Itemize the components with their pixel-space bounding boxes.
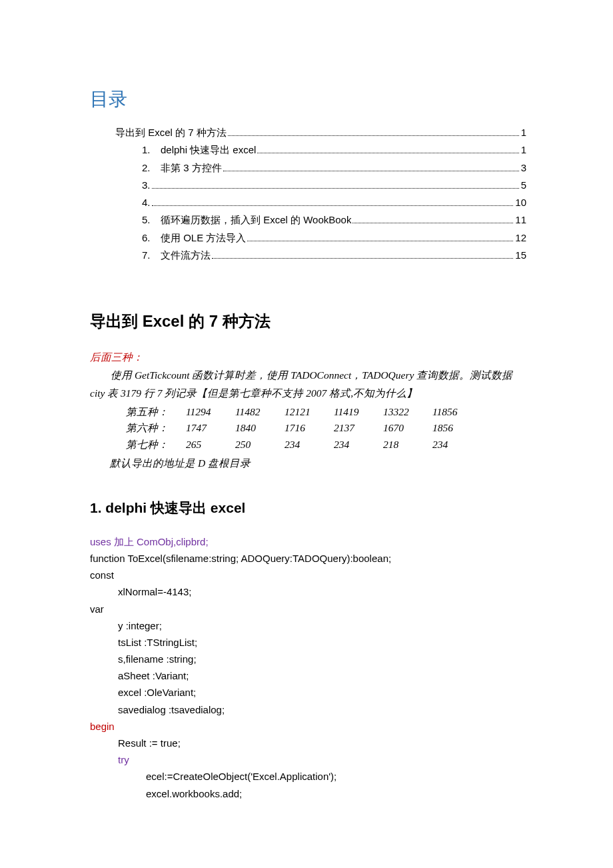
toc-label: 导出到 Excel 的 7 种方法 — [115, 124, 227, 141]
toc-leader — [228, 135, 519, 136]
toc-page-number: 12 — [515, 229, 526, 247]
intro-paragraph: 使用 GetTickcount 函数计算时差，使用 TADOConnect，TA… — [90, 367, 526, 472]
timing-value: 12121 — [285, 404, 334, 421]
toc-label: 6.使用 OLE 方法导入 — [142, 229, 246, 247]
toc-label: 4. — [142, 194, 151, 211]
code-line: savedialog :tsavedialog; — [90, 701, 526, 718]
timing-value: 218 — [383, 437, 432, 453]
code-line: const — [90, 567, 526, 583]
timing-value: 265 — [186, 437, 235, 453]
toc-label: 3. — [142, 177, 151, 194]
code-block: uses 加上 ComObj,clipbrd; function ToExcel… — [90, 533, 526, 802]
toc-entry[interactable]: 导出到 Excel 的 7 种方法 1 — [115, 124, 526, 141]
toc-entry[interactable]: 4. 10 — [142, 194, 526, 211]
timing-value: 1716 — [285, 420, 334, 437]
timing-row: 第六种： 1747 1840 1716 2137 1670 1856 — [126, 420, 526, 437]
toc-leader — [257, 153, 518, 153]
timing-table: 第五种： 11294 11482 12121 11419 13322 11856… — [126, 404, 526, 453]
toc-leader — [247, 241, 513, 241]
intro-line: 使用 GetTickcount 函数计算时差，使用 TADOConnect，TA… — [90, 367, 526, 384]
section-heading-1: 1. delphi 快速导出 excel — [90, 499, 526, 517]
code-line: excel.workbooks.add; — [90, 785, 526, 802]
toc-page-number: 15 — [515, 247, 526, 264]
toc-entry[interactable]: 5.循环遍历数据，插入到 Excel 的 WookBook 11 — [142, 211, 526, 229]
intro-line: city 表 3179 行 7 列记录【但是第七章种不支持 2007 格式,不知… — [90, 385, 526, 402]
timing-value: 1670 — [383, 420, 432, 437]
timing-value: 234 — [334, 437, 383, 453]
timing-value: 11294 — [186, 404, 235, 421]
toc-page-number: 5 — [521, 177, 526, 194]
toc-leader — [352, 223, 513, 223]
code-line: xlNormal=-4143; — [90, 583, 526, 600]
code-line: var — [90, 601, 526, 617]
code-line: Result := true; — [90, 735, 526, 751]
toc-leader — [212, 258, 513, 259]
toc-label: 2.非第 3 方控件 — [142, 159, 222, 177]
code-line: s,filename :string; — [90, 651, 526, 667]
timing-value: 11482 — [235, 404, 285, 421]
toc-page-number: 10 — [515, 194, 526, 211]
toc-entry[interactable]: 1.delphi 快速导出 excel 1 — [142, 141, 526, 159]
timing-value: 11419 — [334, 404, 383, 421]
timing-value: 1747 — [186, 420, 235, 437]
toc-entry[interactable]: 3. 5 — [142, 177, 526, 194]
toc-label: 7.文件流方法 — [142, 247, 211, 264]
timing-value: 1840 — [235, 420, 285, 437]
toc-leader — [152, 188, 519, 189]
timing-label: 第六种： — [126, 420, 186, 437]
timing-value: 13322 — [383, 404, 432, 421]
toc-entry[interactable]: 7.文件流方法 15 — [142, 247, 526, 264]
note-heading: 后面三种： — [90, 351, 526, 365]
toc-page-number: 1 — [521, 141, 526, 159]
toc-page-number: 11 — [515, 211, 526, 229]
timing-value: 11856 — [432, 404, 482, 421]
toc-leader — [223, 171, 519, 171]
section-heading-main: 导出到 Excel 的 7 种方法 — [90, 311, 526, 332]
code-line: begin — [90, 718, 526, 735]
toc-page-number: 3 — [521, 159, 526, 177]
intro-footnote: 默认导出的地址是 D 盘根目录 — [110, 455, 526, 472]
timing-value: 250 — [235, 437, 285, 453]
table-of-contents: 导出到 Excel 的 7 种方法 1 1.delphi 快速导出 excel … — [115, 124, 526, 264]
code-line: aSheet :Variant; — [90, 667, 526, 684]
timing-label: 第五种： — [126, 404, 186, 421]
timing-row: 第七种： 265 250 234 234 218 234 — [126, 437, 526, 453]
toc-page-number: 1 — [521, 124, 526, 141]
toc-label: 1.delphi 快速导出 excel — [142, 141, 256, 159]
toc-heading: 目录 — [90, 87, 526, 112]
timing-value: 234 — [285, 437, 334, 453]
code-line: try — [90, 751, 526, 768]
toc-leader — [152, 205, 514, 206]
toc-entry[interactable]: 2.非第 3 方控件 3 — [142, 159, 526, 177]
timing-row: 第五种： 11294 11482 12121 11419 13322 11856 — [126, 404, 526, 421]
document-page: 目录 导出到 Excel 的 7 种方法 1 1.delphi 快速导出 exc… — [0, 0, 613, 862]
timing-value: 234 — [432, 437, 482, 453]
code-line: tsList :TStringList; — [90, 634, 526, 651]
code-line: uses 加上 ComObj,clipbrd; — [90, 533, 526, 550]
toc-entry[interactable]: 6.使用 OLE 方法导入 12 — [142, 229, 526, 247]
code-line: excel :OleVariant; — [90, 684, 526, 701]
code-line: ecel:=CreateOleObject('Excel.Application… — [90, 768, 526, 785]
timing-value: 2137 — [334, 420, 383, 437]
timing-value: 1856 — [432, 420, 482, 437]
toc-label: 5.循环遍历数据，插入到 Excel 的 WookBook — [142, 211, 351, 229]
code-line: y :integer; — [90, 617, 526, 634]
timing-label: 第七种： — [126, 437, 186, 453]
code-line: function ToExcel(sfilename:string; ADOQu… — [90, 550, 526, 567]
